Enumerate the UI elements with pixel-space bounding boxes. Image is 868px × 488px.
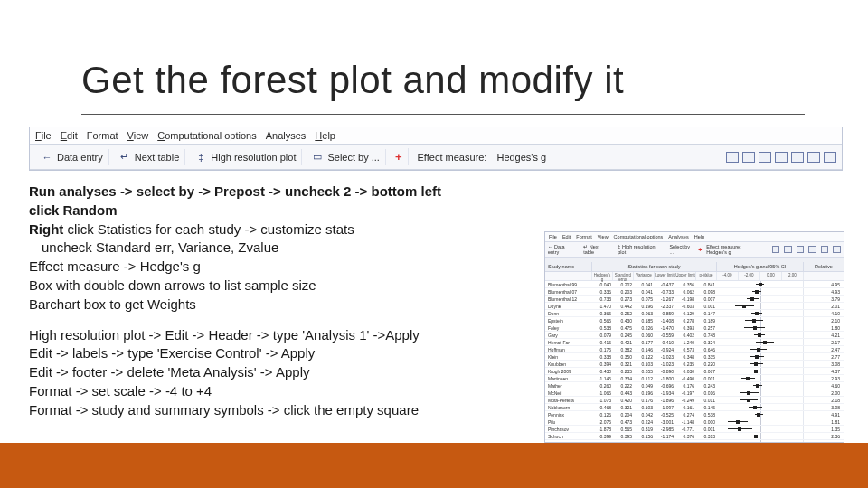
table-row: Penninx-0.1260.2040.042-0.5250.2740.5384… [545,411,844,418]
inset-toolbar-icon[interactable] [772,246,780,253]
toolbar-select-by[interactable]: ▭ Select by ... [306,149,385,165]
cell-g: -1.145 [592,376,613,381]
cell-se: 0.430 [613,318,634,324]
cell-rel: 2.18 [804,398,844,403]
col-group-relative: Relative [804,262,844,271]
toolbar-box-icon[interactable] [726,152,739,163]
cell-lo: -2.985 [655,427,675,432]
toolbar-e-icon[interactable] [791,152,804,163]
cell-p: 0.147 [696,311,717,316]
inset-menu-item[interactable]: Analyses [668,234,688,239]
inset-menu-item[interactable]: Format [576,234,591,239]
toolbar-next-table[interactable]: ↵ Next table [113,149,186,165]
cell-p: 0.007 [696,296,717,302]
inset-toolbar-icon[interactable] [797,246,805,253]
menu-format[interactable]: Format [87,130,118,141]
instruction-line: click Random [29,202,553,220]
toolbar-columns-icon[interactable] [742,152,755,163]
table-row: Hoffman-0.1750.3820.146-0.9240.5730.6462… [545,346,844,353]
table-row: Blumenthal 99-0.0400.2020.041-0.4370.356… [545,281,844,288]
cell-ci-plot [717,397,804,403]
inset-toolbar-icon[interactable] [808,246,816,253]
cell-rel: 4.21 [804,333,844,338]
cell-rel: 3.08 [804,405,844,410]
cell-ci-plot [717,346,804,352]
cell-lo: -0.859 [655,311,675,316]
table-row: Foley-0.5380.4750.226-1.4700.3930.2571.8… [545,324,844,332]
title-underline [81,114,805,115]
toolbar-barchart-icon[interactable] [807,152,820,163]
inset-plus-icon[interactable]: + [698,247,702,253]
toolbar-data-entry[interactable]: ← Data entry [35,149,109,165]
forest-plot-inset: File Edit Format View Computational opti… [544,231,844,443]
app-menubar: File Edit Format View Computational opti… [30,127,842,145]
cell-g: -0.430 [592,369,613,374]
cell-p: 0.748 [696,333,717,338]
cell-p: 0.011 [696,398,717,403]
inset-menubar: File Edit Format View Computational opti… [545,232,844,242]
inset-tb-high-res[interactable]: ‡ High resolution plot [618,244,661,255]
inset-menu-item[interactable]: Edit [562,234,571,239]
cell-g: -0.336 [592,289,613,295]
inset-tb-next-table[interactable]: ↵ Next table [583,244,609,255]
inset-toolbar-icon[interactable] [784,246,792,253]
effect-measure-value: Hedges's g [496,152,546,163]
tick: 0.00 [760,272,782,280]
cell-rel: 4.60 [804,383,844,389]
inset-toolbar-icon[interactable] [833,246,841,253]
table-row: Pinchasov-1.8780.5650.319-2.985-0.7710.0… [545,426,844,433]
inset-tb-effect[interactable]: Effect measure: Hedges's g [706,244,763,255]
cell-ci-plot [717,317,804,324]
cell-ci-plot [717,281,804,287]
cell-se: 0.565 [613,427,634,432]
cell-lo: -0.733 [655,289,675,295]
toolbar-q-icon[interactable] [824,152,836,163]
col-group-stats[interactable]: Statistics for each study [592,262,717,271]
cell-v: 0.319 [634,427,655,432]
cell-hi: 0.356 [675,282,696,287]
cell-hi: -0.197 [675,390,696,396]
inset-menu-item[interactable]: View [598,234,609,239]
toolbar-hires-icon[interactable] [775,152,788,163]
cell-ci-plot [717,389,804,396]
menu-file[interactable]: File [35,130,52,141]
inset-menu-item[interactable]: Computational options [614,234,664,239]
cell-lo: -0.890 [655,369,675,374]
toolbar-high-res-plot[interactable]: ‡ High resolution plot [189,149,302,165]
toolbar-effect-measure[interactable]: Effect measure: Hedges's g [412,150,553,164]
menu-edit[interactable]: Edit [61,130,78,141]
instruction-line: High resolution plot -> Edit -> Header -… [29,326,553,344]
toolbar-next-table-label: Next table [135,152,180,163]
cell-ci-plot [717,310,804,316]
menu-help[interactable]: Help [315,130,335,141]
cell-hi: -1.148 [675,419,696,425]
cell-p: 0.646 [696,347,717,352]
toolbar-add[interactable]: + [390,148,409,165]
inset-toolbar-icon[interactable] [821,246,829,253]
cell-g: -0.538 [592,325,613,331]
cell-lo: -0.924 [655,347,675,352]
cell-v: 0.049 [634,383,655,389]
cell-ci-plot [717,375,804,381]
table-row: Krogh 2009-0.4300.2350.055-0.8900.0300.0… [545,368,844,375]
cell-v: 0.103 [634,405,655,410]
cell-ci-plot [717,382,804,389]
cell-lo: -0.525 [655,412,675,418]
cell-lo: -1.408 [655,318,675,324]
menu-view[interactable]: View [127,130,149,141]
cell-rel: 1.81 [804,419,844,425]
table-row: Doyne-1.4700.4420.196-2.337-0.6030.0012.… [545,303,844,310]
cell-hi: -0.771 [675,427,696,432]
cell-hi: -0.198 [675,296,696,302]
cell-se: 0.422 [613,441,634,444]
toolbar-tt-icon[interactable] [759,152,771,163]
inset-menu-item[interactable]: Help [694,234,704,239]
cell-lo: -1.036 [655,441,675,444]
cell-v: 0.185 [634,318,655,324]
cell-rel: 2.00 [804,390,844,396]
inset-tb-select-by[interactable]: Select by ... [669,244,693,255]
instruction-line: Run analyses -> select by -> Prepost -> … [29,183,553,201]
menu-analyses[interactable]: Analyses [266,130,307,141]
menu-computational-options[interactable]: Computational options [157,130,256,141]
cell-ci-plot [717,288,804,295]
